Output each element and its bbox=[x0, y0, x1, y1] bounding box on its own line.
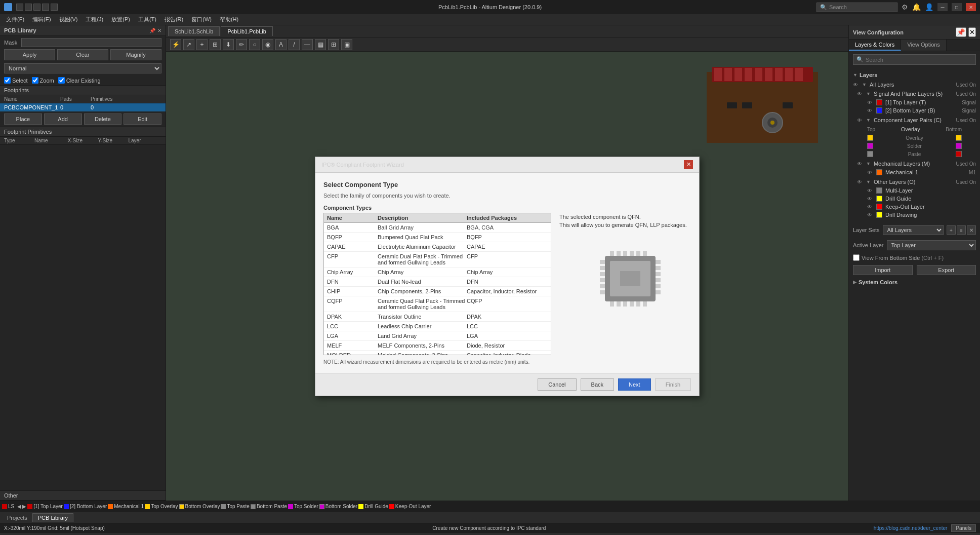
panels-button[interactable]: Panels bbox=[951, 524, 976, 532]
layer-sets-icon3[interactable]: ✕ bbox=[967, 225, 976, 235]
drill-guide-bar-item[interactable]: Drill Guide bbox=[358, 504, 388, 509]
export-button[interactable]: Export bbox=[917, 265, 976, 275]
view-from-bottom-checkbox[interactable] bbox=[853, 254, 860, 261]
top-layer-bar-item[interactable]: [1] Top Layer bbox=[27, 504, 63, 509]
nav-back[interactable]: ◀ bbox=[17, 504, 21, 509]
menu-help[interactable]: 帮助(H) bbox=[216, 15, 242, 24]
layer-sets-icon2[interactable]: ≡ bbox=[957, 225, 966, 235]
mech1-color[interactable] bbox=[876, 169, 882, 175]
bottom-layer-item[interactable]: 👁 [2] Bottom Layer (B) Signal bbox=[849, 106, 980, 114]
apply-button[interactable]: Apply bbox=[4, 49, 55, 60]
eye-drilldrw-icon[interactable]: 👁 bbox=[867, 212, 872, 218]
place-button[interactable]: Place bbox=[4, 113, 42, 125]
edit-button[interactable]: Edit bbox=[124, 113, 161, 125]
eye-mech1-icon[interactable]: 👁 bbox=[867, 170, 872, 175]
line-icon[interactable]: ⊞ bbox=[210, 39, 221, 50]
type-row-lga[interactable]: LGALand Grid ArrayLGA bbox=[324, 331, 551, 341]
layers-search-box[interactable]: 🔍 bbox=[853, 54, 976, 65]
box2-icon[interactable]: ▦ bbox=[315, 39, 326, 50]
eye-signal-icon[interactable]: 👁 bbox=[857, 91, 862, 97]
layer-sets-icon1[interactable]: + bbox=[947, 225, 956, 235]
dash-icon[interactable]: — bbox=[302, 39, 313, 50]
dialog-close-button[interactable]: ✕ bbox=[684, 160, 693, 169]
eye-pairs-icon[interactable]: 👁 bbox=[857, 118, 862, 123]
type-row-bga[interactable]: BGABall Grid ArrayBGA, CGA bbox=[324, 223, 551, 233]
bottom-paste-bar-item[interactable]: Bottom Paste bbox=[251, 504, 287, 509]
user-icon[interactable]: 👤 bbox=[925, 3, 933, 11]
tab-projects[interactable]: Projects bbox=[2, 514, 32, 522]
drill-drawing-item[interactable]: 👁 Drill Drawing bbox=[849, 211, 980, 219]
slash-icon[interactable]: / bbox=[289, 39, 300, 50]
menu-edit[interactable]: 编辑(E) bbox=[28, 15, 55, 24]
filter-icon[interactable]: ⚡ bbox=[170, 39, 181, 50]
add-button[interactable]: Add bbox=[44, 113, 82, 125]
top-layer-item[interactable]: 👁 [1] Top Layer (T) Signal bbox=[849, 98, 980, 106]
menu-reports[interactable]: 报告(R) bbox=[160, 15, 187, 24]
all-layers-header[interactable]: 👁 ▼ All Layers Used On bbox=[849, 80, 980, 89]
title-search[interactable]: 🔍 Search bbox=[816, 3, 897, 12]
eye-drill-icon[interactable]: 👁 bbox=[867, 196, 872, 202]
mask-input[interactable] bbox=[21, 38, 161, 47]
tab-layers-colors[interactable]: Layers & Colors bbox=[849, 40, 901, 51]
component-pairs-header[interactable]: 👁 ▼ Component Layer Pairs (C) Used On bbox=[849, 116, 980, 125]
top-paste-bar-item[interactable]: Top Paste bbox=[221, 504, 249, 509]
top-paste-color[interactable] bbox=[867, 151, 873, 157]
clear-existing-checkbox-label[interactable]: Clear Existing bbox=[58, 77, 101, 84]
menu-window[interactable]: 窗口(W) bbox=[187, 15, 216, 24]
zoom-checkbox-label[interactable]: Zoom bbox=[32, 77, 54, 84]
tab-schlib[interactable]: SchLib1.SchLib bbox=[168, 26, 220, 36]
next-button[interactable]: Next bbox=[618, 378, 651, 391]
eye-other-icon[interactable]: 👁 bbox=[857, 179, 862, 185]
left-panel-close[interactable]: ✕ bbox=[157, 28, 161, 33]
close-button[interactable]: ✕ bbox=[966, 3, 976, 11]
type-row-capae[interactable]: CAPAEElectrolytic Aluminum CapacitorCAPA… bbox=[324, 242, 551, 252]
active-layer-select[interactable]: Top Layer bbox=[887, 240, 976, 250]
keepout-bar-item[interactable]: Keep-Out Layer bbox=[389, 504, 431, 509]
mechanical1-item[interactable]: 👁 Mechanical 1 M1 bbox=[849, 168, 980, 176]
rect-icon[interactable]: + bbox=[196, 39, 208, 50]
text-icon[interactable]: A bbox=[275, 39, 287, 50]
tab-view-options[interactable]: View Options bbox=[901, 40, 947, 51]
top-layer-color[interactable] bbox=[876, 99, 882, 105]
eye-multi-icon[interactable]: 👁 bbox=[867, 188, 872, 194]
footprint-row[interactable]: PCBCOMPONENT_1 0 0 bbox=[0, 103, 166, 111]
wire-icon[interactable]: ↗ bbox=[183, 39, 194, 50]
type-row-chip-array[interactable]: Chip ArrayChip ArrayChip Array bbox=[324, 268, 551, 277]
zoom-checkbox[interactable] bbox=[32, 77, 38, 84]
magnify-button[interactable]: Magnify bbox=[110, 49, 161, 60]
bottom-paste-color[interactable] bbox=[956, 151, 962, 157]
type-row-cfp[interactable]: CFPCeramic Dual Flat Pack - Trimmed and … bbox=[324, 252, 551, 268]
select-checkbox[interactable] bbox=[4, 77, 11, 84]
eye-all-icon[interactable]: 👁 bbox=[853, 82, 858, 88]
keepout-layer-color[interactable] bbox=[876, 204, 882, 210]
type-row-bqfp[interactable]: BQFPBumpered Quad Flat PackBQFP bbox=[324, 233, 551, 242]
layers-search-input[interactable] bbox=[866, 57, 972, 63]
right-panel-close[interactable]: ✕ bbox=[968, 27, 976, 37]
top-overlay-bar-item[interactable]: Top Overlay bbox=[145, 504, 178, 509]
component-types-list[interactable]: BGABall Grid ArrayBGA, CGABQFPBumpered Q… bbox=[324, 223, 551, 355]
type-row-lcc[interactable]: LCCLeadless Chip CarrierLCC bbox=[324, 322, 551, 331]
right-panel-pin[interactable]: 📌 bbox=[956, 27, 966, 37]
left-panel-pin[interactable]: 📌 bbox=[149, 28, 155, 33]
bottom-overlay-bar-item[interactable]: Bottom Overlay bbox=[179, 504, 220, 509]
clear-button[interactable]: Clear bbox=[57, 49, 108, 60]
back-button[interactable]: Back bbox=[581, 378, 614, 391]
minimize-button[interactable]: ─ bbox=[937, 3, 948, 11]
bottom-solder-bar-item[interactable]: Bottom Solder bbox=[319, 504, 357, 509]
top-overlay-color[interactable] bbox=[867, 135, 873, 141]
square-icon[interactable]: ▣ bbox=[341, 39, 352, 50]
keepout-layer-item[interactable]: 👁 Keep-Out Layer bbox=[849, 203, 980, 211]
type-row-dpak[interactable]: DPAKTransistor OutlineDPAK bbox=[324, 312, 551, 322]
type-row-dfn[interactable]: DFNDual Flat No-leadDFN bbox=[324, 277, 551, 287]
finish-button[interactable]: Finish bbox=[655, 378, 691, 391]
canvas-area[interactable]: IPC® Compliant Footprint Wizard ✕ Select… bbox=[166, 52, 848, 501]
eye-mech-icon[interactable]: 👁 bbox=[857, 161, 862, 167]
bottom-layer-color[interactable] bbox=[876, 107, 882, 113]
target-icon[interactable]: ◉ bbox=[262, 39, 273, 50]
menu-place[interactable]: 放置(P) bbox=[107, 15, 134, 24]
menu-project[interactable]: 工程(J) bbox=[81, 15, 107, 24]
eye-bottom-icon[interactable]: 👁 bbox=[867, 108, 872, 113]
menu-file[interactable]: 文件(F) bbox=[2, 15, 28, 24]
layer-sets-select[interactable]: All Layers bbox=[883, 225, 944, 235]
system-colors-header[interactable]: ▶ System Colors bbox=[853, 279, 976, 285]
